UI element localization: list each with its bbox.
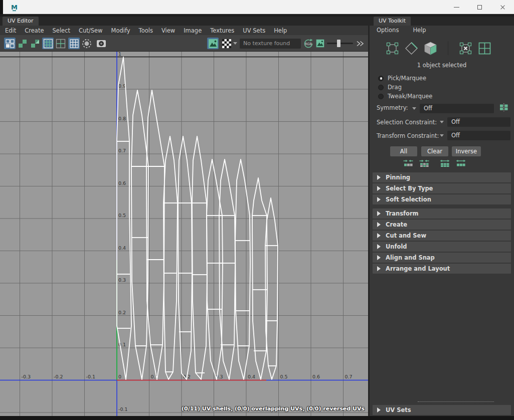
selection-mode-row bbox=[385, 39, 492, 57]
image-display-icon[interactable] bbox=[207, 38, 219, 49]
section-collapse-arrow-icon bbox=[377, 175, 381, 180]
section-label: Soft Selection bbox=[386, 196, 431, 203]
section-pinning[interactable]: Pinning bbox=[373, 172, 511, 182]
transform-constraint-dropdown-arrow[interactable] bbox=[440, 134, 444, 137]
shaded-uv-display-icon[interactable] bbox=[17, 38, 28, 49]
section-uv-sets[interactable]: UV Sets bbox=[373, 405, 511, 415]
pixel-snap-icon[interactable] bbox=[68, 38, 80, 49]
section-align-and-snap[interactable]: Align and Snap bbox=[373, 253, 511, 263]
close-button[interactable] bbox=[491, 0, 514, 14]
close-icon bbox=[500, 5, 505, 10]
radio-label: Drag bbox=[388, 84, 402, 91]
uv-toolkit-menubar: OptionsHelp bbox=[370, 26, 514, 35]
shade-selected-shells-icon[interactable] bbox=[81, 38, 92, 49]
tab-uv-editor[interactable]: UV Editor bbox=[3, 17, 39, 26]
svg-text:M: M bbox=[11, 4, 18, 11]
section-soft-selection[interactable]: Soft Selection bbox=[373, 194, 511, 204]
section-cut-and-sew[interactable]: Cut and Sew bbox=[373, 231, 511, 241]
rgb-channel-cycle-icon[interactable]: RGB bbox=[302, 38, 314, 49]
shrink-selection-icon[interactable] bbox=[419, 159, 430, 168]
minimize-button[interactable] bbox=[445, 0, 468, 14]
section-collapse-arrow-icon bbox=[377, 222, 381, 227]
icon-row-divider bbox=[448, 41, 448, 55]
inverse-button[interactable]: Inverse bbox=[452, 146, 481, 156]
menu-create[interactable]: Create bbox=[25, 27, 44, 34]
uv-distortion-display-icon[interactable] bbox=[29, 38, 41, 49]
maya-logo-icon: M bbox=[9, 2, 20, 13]
minimize-icon bbox=[454, 7, 459, 8]
svg-text:0.5: 0.5 bbox=[280, 374, 288, 379]
svg-text:0.8: 0.8 bbox=[118, 116, 126, 121]
menu-image[interactable]: Image bbox=[184, 27, 202, 34]
svg-text:1: 1 bbox=[118, 52, 121, 57]
radio-drag[interactable]: Drag bbox=[378, 83, 402, 91]
uv-snapshot-icon[interactable] bbox=[95, 38, 107, 49]
dim-image-slider[interactable] bbox=[327, 43, 353, 44]
section-label: Align and Snap bbox=[386, 254, 435, 261]
symmetry-row: Symmetry: bbox=[377, 104, 408, 112]
section-create[interactable]: Create bbox=[373, 220, 511, 230]
clear-button[interactable]: Clear bbox=[421, 146, 448, 156]
menu-help[interactable]: Help bbox=[274, 27, 287, 34]
svg-text:0.6: 0.6 bbox=[312, 374, 320, 379]
subgrid-display-icon[interactable] bbox=[55, 38, 66, 49]
tile-selection-icon[interactable] bbox=[477, 41, 492, 56]
grow-selection-loop-icon[interactable] bbox=[455, 159, 466, 168]
radio-label: Pick/Marquee bbox=[388, 75, 426, 82]
shrink-selection-uv-icon[interactable] bbox=[403, 159, 414, 168]
checker-display-icon[interactable] bbox=[221, 38, 232, 49]
toolkit-menu-options[interactable]: Options bbox=[377, 27, 399, 34]
symmetry-label: Symmetry: bbox=[377, 104, 408, 111]
image-dim-icon[interactable] bbox=[314, 38, 326, 49]
menu-view[interactable]: View bbox=[161, 27, 175, 34]
face-selection-icon[interactable] bbox=[423, 41, 438, 56]
symmetry-dropdown-arrow[interactable] bbox=[412, 107, 416, 110]
dim-image-slider-handle[interactable] bbox=[337, 40, 340, 47]
svg-text:0.3: 0.3 bbox=[118, 277, 126, 283]
all-button[interactable]: All bbox=[390, 146, 417, 156]
selection-constraint-value-field[interactable]: Off bbox=[447, 117, 510, 127]
uv-editor-menubar: EditCreateSelectCut/SewModifyToolsViewIm… bbox=[0, 26, 368, 35]
panel-resize-handle[interactable] bbox=[418, 401, 494, 402]
uv-selection-icon[interactable] bbox=[385, 41, 400, 56]
toolkit-menu-help[interactable]: Help bbox=[413, 27, 426, 34]
radio-button[interactable] bbox=[378, 94, 384, 99]
transform-constraint-value-field[interactable]: Off bbox=[447, 131, 510, 140]
radio-tweak-marquee[interactable]: Tweak/Marquee bbox=[378, 92, 432, 100]
grid-display-icon[interactable] bbox=[42, 38, 54, 49]
selection-constraint-dropdown-arrow[interactable] bbox=[440, 121, 444, 123]
menu-textures[interactable]: Textures bbox=[210, 27, 234, 34]
uv-shell-selection-icon[interactable] bbox=[458, 41, 473, 56]
menu-cut-sew[interactable]: Cut/Sew bbox=[79, 27, 102, 34]
menu-modify[interactable]: Modify bbox=[111, 27, 130, 34]
expand-toolbar-chevrons-icon[interactable] bbox=[354, 38, 366, 49]
section-select-by-type[interactable]: Select By Type bbox=[373, 183, 511, 193]
radio-button[interactable] bbox=[378, 76, 384, 81]
menu-select[interactable]: Select bbox=[53, 27, 70, 34]
section-label: Create bbox=[386, 221, 407, 228]
edge-selection-icon[interactable] bbox=[404, 41, 419, 56]
section-label: Transform bbox=[386, 210, 419, 217]
grow-selection-icon[interactable] bbox=[439, 159, 450, 168]
symmetry-icon[interactable] bbox=[499, 103, 508, 114]
texture-dropdown-arrow[interactable] bbox=[233, 42, 237, 45]
menu-uv-sets[interactable]: UV Sets bbox=[243, 27, 265, 34]
radio-label: Tweak/Marquee bbox=[388, 93, 432, 100]
radio-button[interactable] bbox=[378, 85, 384, 90]
panel-tab-row: UV Editor UV Toolkit bbox=[0, 17, 514, 26]
radio-pick-marquee[interactable]: Pick/Marquee bbox=[378, 74, 426, 82]
menu-tools[interactable]: Tools bbox=[139, 27, 153, 34]
section-arrange-and-layout[interactable]: Arrange and Layout bbox=[373, 264, 511, 274]
menu-edit[interactable]: Edit bbox=[5, 27, 16, 34]
uv-shell-display-icon[interactable] bbox=[4, 38, 16, 49]
uv-grid-canvas[interactable]: -0.3-0.2-0.100.10.20.30.40.50.60.7-0.10.… bbox=[0, 52, 368, 416]
section-transform[interactable]: Transform bbox=[373, 208, 511, 219]
section-unfold[interactable]: Unfold bbox=[373, 242, 511, 252]
uv-viewport[interactable]: -0.3-0.2-0.100.10.20.30.40.50.60.7-0.10.… bbox=[0, 52, 368, 416]
tab-uv-toolkit[interactable]: UV Toolkit bbox=[374, 17, 411, 26]
section-collapse-arrow-icon bbox=[377, 244, 381, 249]
texture-status-field[interactable]: No texture found bbox=[240, 39, 301, 49]
maximize-button[interactable] bbox=[468, 0, 491, 14]
section-label: Cut and Sew bbox=[386, 232, 426, 239]
symmetry-value-field[interactable]: Off bbox=[420, 104, 494, 113]
